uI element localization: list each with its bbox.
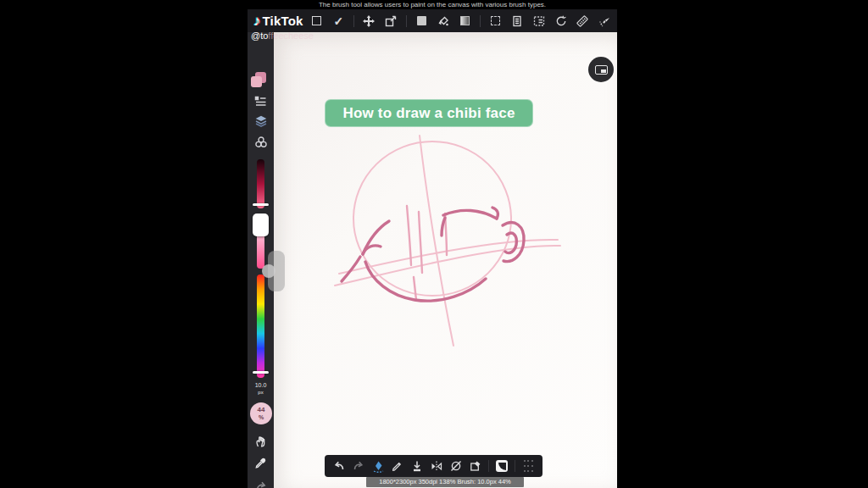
picture-in-picture-icon xyxy=(595,65,608,75)
screenshot-stage: The brush tool allows users to paint on … xyxy=(0,0,868,488)
gradient-tool-icon[interactable] xyxy=(459,14,472,28)
bottom-toolbar-divider xyxy=(515,460,515,472)
ruler-tool-icon[interactable] xyxy=(576,14,589,28)
sidebar-pull-tab-dot[interactable] xyxy=(262,264,275,278)
material-panel-button[interactable] xyxy=(495,459,509,473)
bottom-toolbar xyxy=(325,455,542,477)
eyedropper-icon[interactable] xyxy=(253,456,268,470)
video-frame: The brush tool allows users to paint on … xyxy=(248,0,617,488)
redo-button[interactable] xyxy=(352,459,365,473)
toolbar-divider xyxy=(353,15,354,27)
flip-horizontal-button[interactable] xyxy=(430,459,443,473)
hue-slider-handle[interactable] xyxy=(253,371,269,374)
layer-list-icon[interactable] xyxy=(532,14,546,28)
drag-handle-icon[interactable] xyxy=(521,459,535,473)
tiktok-logo: ♪ TikTok xyxy=(253,13,303,30)
select-area-icon[interactable] xyxy=(489,14,503,28)
pen-tool-button[interactable] xyxy=(391,459,404,473)
fill-bucket-icon[interactable] xyxy=(437,14,450,28)
airbrush-tool-icon[interactable] xyxy=(598,14,611,28)
tool-list-icon[interactable] xyxy=(253,94,268,108)
toolbar-divider xyxy=(406,15,407,27)
selection-pen-button-active[interactable] xyxy=(371,459,385,473)
tiktok-logo-text: TikTok xyxy=(263,14,303,28)
symmetry-clover-icon[interactable] xyxy=(253,135,268,149)
tiktok-note-icon: ♪ xyxy=(253,13,261,30)
creator-watermark: @toffeecheese xyxy=(251,30,314,41)
current-color-swatch[interactable] xyxy=(251,76,262,87)
top-toolbar-icons: ✓ xyxy=(310,14,611,28)
bottom-toolbar-divider xyxy=(488,460,489,472)
redo-icon[interactable] xyxy=(253,479,268,488)
brush-size-label: 10.0 px xyxy=(248,382,274,396)
tint-slider-handle[interactable] xyxy=(253,214,269,236)
transform-tool-icon[interactable] xyxy=(384,14,398,28)
color-swatch-icon[interactable] xyxy=(415,14,428,28)
pan-hand-icon[interactable] xyxy=(253,434,268,448)
import-image-button[interactable] xyxy=(410,459,424,473)
text-page-icon[interactable] xyxy=(510,14,524,28)
rotate-canvas-icon[interactable] xyxy=(554,14,568,28)
clear-layer-button[interactable] xyxy=(469,459,482,473)
confirm-check-icon[interactable]: ✓ xyxy=(331,14,345,28)
canvas-status-bar: 1800*2300px 350dpi 138% Brush: 10.0px 44… xyxy=(366,477,524,487)
shade-slider[interactable] xyxy=(257,159,264,208)
layers-icon[interactable] xyxy=(253,114,268,128)
move-tool-icon[interactable] xyxy=(362,14,376,28)
shade-slider-handle[interactable] xyxy=(253,203,269,206)
rotate-lock-button[interactable] xyxy=(449,459,463,473)
toolbar-divider xyxy=(480,15,481,27)
reference-window-button[interactable] xyxy=(588,57,614,82)
top-toolbar: ♪ TikTok ✓ xyxy=(248,9,617,32)
opacity-badge[interactable]: 44 % xyxy=(250,402,272,424)
hue-slider[interactable] xyxy=(257,274,264,378)
video-title-banner: How to draw a chibi face xyxy=(325,99,533,127)
square-select-icon[interactable] xyxy=(310,14,324,28)
undo-button[interactable] xyxy=(332,459,346,473)
